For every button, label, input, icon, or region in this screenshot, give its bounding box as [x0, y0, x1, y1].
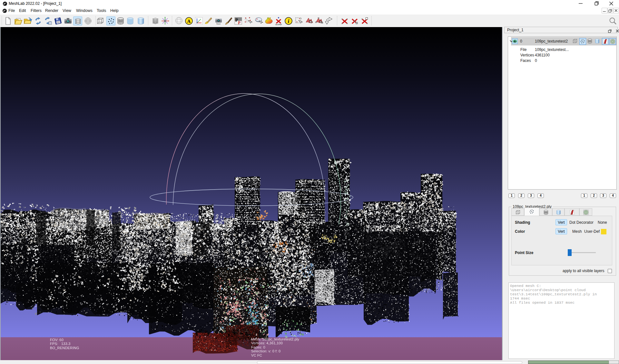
svg-text:P: P: [235, 18, 238, 23]
svg-text:A: A: [187, 19, 191, 24]
svg-text:i: i: [288, 18, 290, 24]
svg-text:Raster: Raster: [216, 23, 221, 25]
svg-text:p: p: [238, 19, 240, 24]
svg-text:GEOREF: GEOREF: [275, 24, 282, 25]
